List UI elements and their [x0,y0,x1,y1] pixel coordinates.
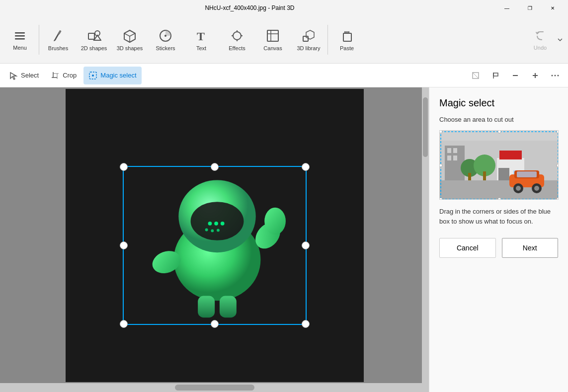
handle-ml[interactable] [120,241,128,249]
h-scroll-thumb[interactable] [175,385,254,391]
next-button[interactable]: Next [502,238,559,258]
window-controls: — ❐ ✕ [495,0,564,16]
stickers-icon [158,28,173,43]
toolbar-canvas[interactable]: Canvas [255,20,291,60]
preview-svg [440,131,559,200]
svg-point-9 [164,35,166,37]
toolbar-3d-library-label: 3D library [297,45,320,51]
svg-rect-21 [345,31,349,33]
svg-rect-65 [498,168,509,180]
sec-btn-minus[interactable] [506,67,524,84]
toolbar-3d-shapes[interactable]: 3D shapes [112,20,148,60]
v-scroll-thumb[interactable] [423,97,428,157]
svg-point-48 [264,207,286,234]
svg-point-78 [440,164,442,167]
2d-shapes-icon [86,28,101,43]
svg-rect-58 [453,156,457,160]
title-bar: NHcU-xcf_400x400.jpg - Paint 3D — ❐ ✕ [0,0,568,16]
svg-point-75 [440,131,442,133]
sec-btn-1[interactable] [467,67,485,84]
effects-icon [230,28,244,43]
svg-point-82 [557,198,559,200]
svg-marker-6 [94,35,101,40]
svg-point-72 [534,186,539,191]
toolbar-text-label: Text [196,45,206,51]
3d-library-icon [301,28,316,43]
toolbar-canvas-label: Canvas [263,45,282,51]
handle-bl[interactable] [120,320,128,328]
svg-rect-19 [303,36,308,41]
crop-icon [51,71,60,80]
toolbar-brushes[interactable]: Brushes [40,20,76,60]
toolbar-menu-label: Menu [13,45,27,51]
svg-rect-49 [198,296,215,317]
toolbar-effects[interactable]: Effects [219,20,255,60]
svg-rect-16 [267,30,278,41]
brushes-icon [51,28,66,43]
svg-point-80 [440,198,442,200]
sec-btn-plus[interactable] [526,67,544,84]
svg-rect-60 [468,173,471,180]
crop-button[interactable]: Crop [46,67,81,84]
canvas-icon [265,28,280,43]
svg-line-29 [473,73,479,78]
select-button[interactable]: Select [4,67,44,84]
svg-point-77 [557,131,559,133]
toolbar-menu[interactable]: Menu [2,20,38,60]
svg-rect-57 [447,156,451,160]
svg-point-45 [217,229,220,232]
3d-shapes-icon [122,28,137,43]
panel-subtitle: Choose an area to cut out [439,116,558,123]
toolbar-undo[interactable]: Undo [526,20,554,60]
sec-btn-2[interactable] [487,67,504,84]
svg-point-40 [208,221,212,225]
canvas-area[interactable] [0,87,429,392]
undo-icon [533,29,547,43]
toolbar-stickers[interactable]: Stickers [148,20,183,60]
toolbar-text[interactable]: T Text [183,20,219,60]
close-button[interactable]: ✕ [541,0,564,16]
svg-point-36 [558,75,559,76]
toolbar-3d-library[interactable]: 3D library [291,20,326,60]
rotate-icon [471,71,480,80]
toolbar-divider-2 [327,25,328,55]
svg-point-70 [516,186,521,191]
sec-toolbar-right [467,67,564,84]
svg-point-43 [205,228,208,231]
svg-rect-55 [447,148,451,153]
flag-icon [491,71,500,80]
svg-point-39 [190,202,243,240]
svg-rect-50 [219,296,236,317]
text-icon: T [194,28,209,43]
toolbar-3d-shapes-label: 3D shapes [117,45,143,51]
toolbar-paste[interactable]: Paste [329,20,365,60]
right-panel: Magic select Choose an area to cut out [429,87,568,392]
svg-rect-56 [453,148,457,153]
svg-rect-0 [15,32,25,34]
horizontal-scrollbar[interactable] [0,383,429,392]
preview-image [439,130,559,200]
svg-rect-1 [15,35,25,37]
magic-select-button[interactable]: Magic select [83,67,141,84]
more-icon [551,71,560,80]
panel-buttons: Cancel Next [439,238,558,258]
magic-select-icon [88,71,97,80]
maximize-button[interactable]: ❐ [518,0,541,16]
toolbar-undo-label: Undo [534,45,547,51]
chevron-down-icon [557,37,563,43]
svg-rect-4 [88,33,94,39]
toolbar-2d-shapes[interactable]: 2D shapes [76,20,112,60]
toolbar-brushes-label: Brushes [48,45,68,51]
menu-icon [13,29,27,43]
handle-tl[interactable] [120,163,128,171]
minimize-button[interactable]: — [495,0,518,16]
main-content: Magic select Choose an area to cut out [0,87,568,392]
cancel-button[interactable]: Cancel [439,238,496,258]
toolbar-divider-1 [39,25,39,55]
sec-btn-more[interactable] [546,67,564,84]
toolbar-expand-btn[interactable] [554,20,566,60]
svg-rect-20 [343,33,351,41]
vertical-scrollbar[interactable] [422,87,429,383]
select-icon [9,71,18,80]
svg-rect-62 [483,171,486,180]
